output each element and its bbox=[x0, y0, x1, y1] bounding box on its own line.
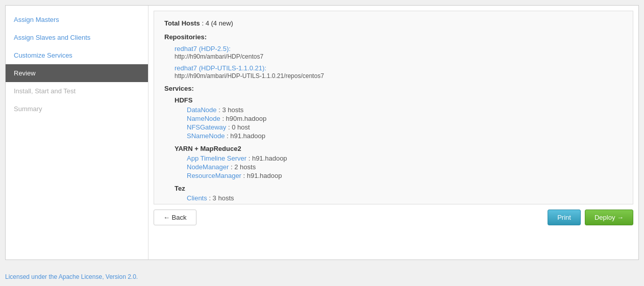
svc-value-namenode: : h90m.hadoop bbox=[222, 115, 266, 122]
svc-name-datanode: DataNode bbox=[187, 106, 217, 114]
service-group-yarn: YARN + MapReduce2 App Timeline Server : … bbox=[164, 145, 623, 179]
svc-value-nodemanager: : 2 hosts bbox=[231, 163, 256, 171]
service-group-hdfs: HDFS DataNode : 3 hosts NameNode : h90m.… bbox=[164, 96, 623, 140]
repositories-label: Repositories: bbox=[164, 33, 623, 41]
total-hosts-label: Total Hosts bbox=[164, 19, 200, 27]
svc-name-nfsgateway: NFSGateway bbox=[187, 123, 226, 131]
service-item-nfsgateway: NFSGateway : 0 host bbox=[175, 123, 623, 131]
svc-name-snamenode: SNameNode bbox=[187, 132, 225, 140]
review-panel[interactable]: Total Hosts : 4 (4 new) Repositories: re… bbox=[154, 11, 633, 204]
svc-name-nodemanager: NodeManager bbox=[187, 163, 229, 171]
repo-2: redhat7 (HDP-UTILS-1.1.0.21): http://h90… bbox=[164, 64, 623, 80]
svc-value-datanode: : 3 hosts bbox=[218, 106, 243, 114]
sidebar: Assign Masters Assign Slaves and Clients… bbox=[6, 6, 148, 259]
repo-2-url: http://h90m/ambari/HDP-UTILS-1.1.0.21/re… bbox=[175, 72, 324, 80]
service-item-datanode: DataNode : 3 hosts bbox=[175, 106, 623, 114]
sidebar-item-summary: Summary bbox=[6, 100, 148, 118]
service-group-tez-title: Tez bbox=[175, 185, 623, 192]
content-area: Total Hosts : 4 (4 new) Repositories: re… bbox=[148, 6, 638, 259]
svc-value-resourcemanager: : h91.hadoop bbox=[243, 172, 282, 179]
repo-1-link[interactable]: redhat7 (HDP-2.5): bbox=[175, 45, 623, 53]
svc-value-app-timeline: : h91.hadoop bbox=[249, 154, 287, 162]
sidebar-item-label: Install, Start and Test bbox=[14, 87, 76, 95]
footer-bar: ← Back Print Deploy → bbox=[148, 204, 638, 230]
sidebar-item-review[interactable]: Review bbox=[6, 64, 148, 82]
svc-value-snamenode: : h91.hadoop bbox=[227, 132, 265, 140]
sidebar-item-label: Review bbox=[14, 69, 36, 77]
service-item-nodemanager: NodeManager : 2 hosts bbox=[175, 163, 623, 171]
svc-value-tez-clients: : 3 hosts bbox=[209, 194, 234, 202]
repo-1: redhat7 (HDP-2.5): http://h90m/ambari/HD… bbox=[164, 45, 623, 60]
svc-name-app-timeline: App Timeline Server bbox=[187, 154, 246, 162]
print-button[interactable]: Print bbox=[548, 210, 581, 225]
service-group-tez: Tez Clients : 3 hosts bbox=[164, 185, 623, 202]
license-link[interactable]: Licensed under the Apache License, Versi… bbox=[5, 273, 138, 280]
sidebar-item-customize-services[interactable]: Customize Services bbox=[6, 46, 148, 64]
sidebar-item-install: Install, Start and Test bbox=[6, 82, 148, 100]
service-item-snamenode: SNameNode : h91.hadoop bbox=[175, 132, 623, 140]
btn-group-right: Print Deploy → bbox=[548, 210, 633, 225]
repo-2-link[interactable]: redhat7 (HDP-UTILS-1.1.0.21): bbox=[175, 64, 623, 72]
service-item-app-timeline: App Timeline Server : h91.hadoop bbox=[175, 154, 623, 162]
service-group-hdfs-title: HDFS bbox=[175, 96, 623, 104]
page-footer: Licensed under the Apache License, Versi… bbox=[0, 265, 644, 286]
total-hosts-value: : 4 (4 new) bbox=[202, 19, 233, 27]
sidebar-item-assign-slaves[interactable]: Assign Slaves and Clients bbox=[6, 29, 148, 46]
services-section: Services: HDFS DataNode : 3 hosts NameNo… bbox=[164, 85, 623, 202]
total-hosts-line: Total Hosts : 4 (4 new) bbox=[164, 19, 623, 27]
service-group-yarn-title: YARN + MapReduce2 bbox=[175, 145, 623, 152]
service-item-resourcemanager: ResourceManager : h91.hadoop bbox=[175, 172, 623, 179]
svc-value-nfsgateway: : 0 host bbox=[228, 123, 250, 131]
sidebar-item-label: Customize Services bbox=[14, 51, 72, 59]
back-button[interactable]: ← Back bbox=[154, 210, 196, 225]
svc-name-resourcemanager: ResourceManager bbox=[187, 172, 241, 179]
service-item-tez-clients: Clients : 3 hosts bbox=[175, 194, 623, 202]
sidebar-item-label: Summary bbox=[14, 105, 42, 113]
services-label: Services: bbox=[164, 85, 623, 92]
svc-name-tez-clients: Clients bbox=[187, 194, 207, 202]
repo-1-url: http://h90m/ambari/HDP/centos7 bbox=[175, 53, 263, 60]
service-item-namenode: NameNode : h90m.hadoop bbox=[175, 115, 623, 122]
sidebar-item-assign-masters[interactable]: Assign Masters bbox=[6, 11, 148, 29]
sidebar-item-label: Assign Masters bbox=[14, 16, 59, 23]
main-container: Assign Masters Assign Slaves and Clients… bbox=[5, 5, 639, 260]
svc-name-namenode: NameNode bbox=[187, 115, 220, 122]
deploy-button[interactable]: Deploy → bbox=[585, 210, 633, 225]
sidebar-item-label: Assign Slaves and Clients bbox=[14, 34, 90, 41]
page-wrapper: Assign Masters Assign Slaves and Clients… bbox=[0, 5, 644, 286]
